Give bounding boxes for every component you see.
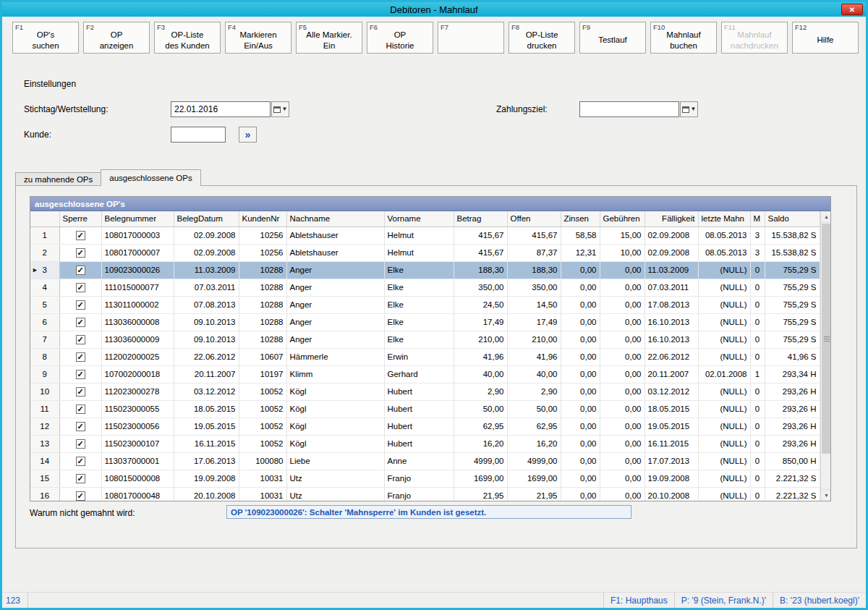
cell-saldo[interactable]: 41,96 S bbox=[765, 348, 820, 365]
cell-belegdatum[interactable]: 07.08.2013 bbox=[174, 296, 239, 313]
cell-nachname[interactable]: Anger bbox=[286, 261, 384, 279]
cell-offen[interactable]: 350,00 bbox=[507, 279, 561, 296]
cell-vorname[interactable]: Elke bbox=[384, 296, 454, 313]
cell-letzte-mahn[interactable]: (NULL) bbox=[698, 435, 750, 452]
cell-kundennr[interactable]: 10288 bbox=[239, 296, 286, 313]
cell-offen[interactable]: 17,49 bbox=[507, 313, 561, 331]
cell-zinsen[interactable]: 0,00 bbox=[561, 348, 600, 365]
toolbar-button-f4[interactable]: F4Markieren Ein/Aus bbox=[225, 22, 292, 54]
row-number-cell[interactable]: 4 bbox=[30, 279, 59, 296]
cell-saldo[interactable]: 293,26 H bbox=[765, 435, 820, 452]
cell-belegdatum[interactable]: 07.03.2011 bbox=[174, 279, 239, 296]
cell-nachname[interactable]: Utz bbox=[286, 487, 384, 501]
op-table[interactable]: SperreBelegnummerBelegDatumKundenNrNachn… bbox=[30, 211, 820, 501]
tab-ausgeschlossene-ops[interactable]: ausgeschlossene OPs bbox=[101, 169, 200, 186]
cell-m[interactable]: 0 bbox=[750, 331, 765, 348]
column-header-letzte-mahn[interactable]: letzte Mahn bbox=[698, 211, 750, 226]
cell-offen[interactable]: 188,30 bbox=[507, 261, 561, 279]
cell-m[interactable]: 0 bbox=[750, 383, 765, 400]
cell-belegdatum[interactable]: 02.09.2008 bbox=[174, 244, 239, 261]
cell-kundennr[interactable]: 10031 bbox=[239, 470, 286, 487]
cell-nachname[interactable]: Anger bbox=[286, 331, 384, 348]
cell-betrag[interactable]: 41,96 bbox=[454, 348, 507, 365]
cell-m[interactable]: 0 bbox=[750, 400, 765, 418]
cell-saldo[interactable]: 755,29 S bbox=[765, 261, 820, 279]
column-header-belegnummer[interactable]: Belegnummer bbox=[101, 211, 174, 226]
sperre-checkbox[interactable]: ✓ bbox=[76, 370, 85, 379]
sperre-checkbox[interactable]: ✓ bbox=[76, 335, 85, 344]
cell-belegnummer[interactable]: 113011000002 bbox=[101, 296, 174, 313]
cell-belegnummer[interactable]: 108017000048 bbox=[101, 487, 174, 501]
cell-faelligkeit[interactable]: 20.11.2007 bbox=[644, 365, 698, 383]
cell-letzte-mahn[interactable]: (NULL) bbox=[698, 348, 750, 365]
cell-betrag[interactable]: 188,30 bbox=[454, 261, 507, 279]
column-header-faelligkeit[interactable]: Fälligkeit bbox=[644, 211, 698, 226]
cell-vorname[interactable]: Helmut bbox=[384, 226, 454, 244]
cell-offen[interactable]: 2,90 bbox=[507, 383, 561, 400]
cell-belegdatum[interactable]: 17.06.2013 bbox=[174, 452, 239, 470]
kunde-input[interactable] bbox=[171, 127, 226, 143]
cell-saldo[interactable]: 2.221,32 S bbox=[765, 470, 820, 487]
row-number-cell[interactable]: ►3 bbox=[30, 261, 59, 279]
row-number-cell[interactable]: 2 bbox=[30, 244, 59, 261]
sperre-checkbox[interactable]: ✓ bbox=[76, 439, 85, 449]
zahlungsziel-input[interactable] bbox=[579, 101, 679, 117]
cell-belegdatum[interactable]: 09.10.2013 bbox=[174, 313, 239, 331]
sperre-checkbox[interactable]: ✓ bbox=[76, 474, 85, 483]
cell-m[interactable]: 0 bbox=[750, 313, 765, 331]
cell-gebuehren[interactable]: 0,00 bbox=[600, 400, 644, 418]
table-row[interactable]: 15✓10801500000819.09.200810031UtzFranjo1… bbox=[30, 470, 820, 487]
cell-zinsen[interactable]: 0,00 bbox=[561, 470, 600, 487]
cell-faelligkeit[interactable]: 17.07.2013 bbox=[644, 452, 698, 470]
cell-zinsen[interactable]: 0,00 bbox=[561, 261, 600, 279]
cell-saldo[interactable]: 293,34 H bbox=[765, 365, 820, 383]
cell-belegdatum[interactable]: 02.09.2008 bbox=[174, 226, 239, 244]
cell-kundennr[interactable]: 10607 bbox=[239, 348, 286, 365]
table-row[interactable]: 11✓11502300005518.05.201510052KöglHubert… bbox=[30, 400, 820, 418]
cell-letzte-mahn[interactable]: (NULL) bbox=[698, 470, 750, 487]
cell-gebuehren[interactable]: 0,00 bbox=[600, 487, 644, 501]
cell-faelligkeit[interactable]: 17.08.2013 bbox=[644, 296, 698, 313]
row-number-cell[interactable]: 9 bbox=[30, 365, 59, 383]
cell-nachname[interactable]: Abletshauser bbox=[286, 244, 384, 261]
cell-zinsen[interactable]: 0,00 bbox=[561, 296, 600, 313]
cell-zinsen[interactable]: 0,00 bbox=[561, 487, 600, 501]
row-number-cell[interactable]: 14 bbox=[30, 452, 59, 470]
cell-offen[interactable]: 40,00 bbox=[507, 365, 561, 383]
cell-betrag[interactable]: 1699,00 bbox=[454, 470, 507, 487]
toolbar-button-f3[interactable]: F3OP-Liste des Kunden bbox=[154, 22, 221, 54]
cell-vorname[interactable]: Erwin bbox=[384, 348, 454, 365]
cell-letzte-mahn[interactable]: (NULL) bbox=[698, 418, 750, 435]
cell-m[interactable]: 0 bbox=[750, 487, 765, 501]
close-button[interactable]: ✕ bbox=[841, 4, 863, 15]
cell-gebuehren[interactable]: 0,00 bbox=[600, 383, 644, 400]
cell-saldo[interactable]: 755,29 S bbox=[765, 331, 820, 348]
cell-offen[interactable]: 62,95 bbox=[507, 418, 561, 435]
cell-faelligkeit[interactable]: 03.12.2012 bbox=[644, 383, 698, 400]
cell-kundennr[interactable]: 10052 bbox=[239, 418, 286, 435]
cell-faelligkeit[interactable]: 16.10.2013 bbox=[644, 313, 698, 331]
cell-offen[interactable]: 210,00 bbox=[507, 331, 561, 348]
column-header-kundennr[interactable]: KundenNr bbox=[239, 211, 286, 226]
table-row[interactable]: 13✓11502300010716.11.201510052KöglHubert… bbox=[30, 435, 820, 452]
cell-vorname[interactable]: Elke bbox=[384, 279, 454, 296]
cell-letzte-mahn[interactable]: (NULL) bbox=[698, 279, 750, 296]
cell-nachname[interactable]: Kögl bbox=[286, 383, 384, 400]
cell-gebuehren[interactable]: 0,00 bbox=[600, 470, 644, 487]
cell-vorname[interactable]: Gerhard bbox=[384, 365, 454, 383]
column-header-belegdatum[interactable]: BelegDatum bbox=[174, 211, 239, 226]
cell-faelligkeit[interactable]: 02.09.2008 bbox=[644, 226, 698, 244]
cell-saldo[interactable]: 15.538,82 S bbox=[765, 226, 820, 244]
cell-belegdatum[interactable]: 18.05.2015 bbox=[174, 400, 239, 418]
cell-m[interactable]: 3 bbox=[750, 244, 765, 261]
cell-offen[interactable]: 14,50 bbox=[507, 296, 561, 313]
cell-saldo[interactable]: 15.538,82 S bbox=[765, 244, 820, 261]
cell-saldo[interactable]: 755,29 S bbox=[765, 313, 820, 331]
row-number-cell[interactable]: 6 bbox=[30, 313, 59, 331]
column-header-betrag[interactable]: Betrag bbox=[454, 211, 507, 226]
cell-zinsen[interactable]: 0,00 bbox=[561, 435, 600, 452]
table-row[interactable]: 9✓10700200001820.11.200710197KlimmGerhar… bbox=[30, 365, 820, 383]
column-header-offen[interactable]: Offen bbox=[507, 211, 561, 226]
scroll-down-button[interactable]: ▼ bbox=[821, 489, 831, 501]
cell-saldo[interactable]: 755,29 S bbox=[765, 279, 820, 296]
